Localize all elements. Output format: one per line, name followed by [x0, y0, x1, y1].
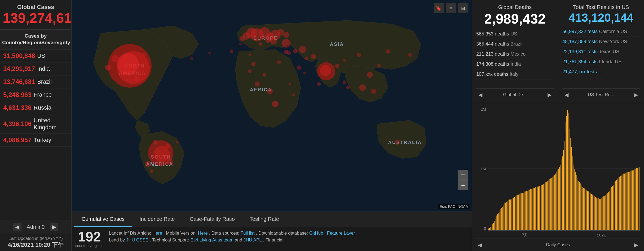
- svg-rect-186: [634, 169, 634, 230]
- svg-rect-167: [619, 177, 619, 230]
- tab-cumulative-cases[interactable]: Cumulative Cases: [74, 212, 132, 227]
- country-list-item[interactable]: 4,086,957 Turkey: [0, 134, 71, 147]
- deaths-next-button[interactable]: ▶: [546, 91, 554, 99]
- bubble-s8: [343, 80, 346, 84]
- svg-rect-137: [594, 196, 595, 230]
- zoom-out-button[interactable]: −: [458, 180, 468, 190]
- svg-rect-156: [610, 190, 610, 230]
- bubble-aus: [395, 140, 400, 145]
- svg-rect-97: [562, 156, 563, 230]
- tests-list-item: 48,187,889 tests New York US: [562, 37, 640, 47]
- svg-rect-42: [518, 195, 519, 230]
- svg-rect-61: [533, 188, 534, 230]
- tests-list-item: 21,477,xxx tests ...: [562, 67, 640, 77]
- admin-next-button[interactable]: ▶: [50, 223, 58, 231]
- svg-rect-82: [550, 178, 551, 230]
- country-name: Brazil: [37, 78, 52, 85]
- svg-rect-51: [525, 191, 526, 230]
- svg-rect-25: [505, 203, 505, 230]
- svg-rect-4: [488, 229, 488, 230]
- feature-layer-link[interactable]: Feature Layer: [327, 231, 355, 236]
- svg-rect-162: [615, 182, 615, 230]
- tab-case-fatality-ratio[interactable]: Case-Fatality Ratio: [182, 212, 242, 227]
- here-link-1[interactable]: Here: [152, 231, 162, 236]
- global-cases-value: 139,274,615: [3, 11, 69, 26]
- svg-rect-78: [547, 181, 548, 230]
- bubble-iran: [299, 46, 306, 53]
- bubble-phi: [367, 72, 373, 78]
- bubble-irq: [293, 49, 297, 53]
- svg-rect-105: [569, 119, 569, 230]
- deaths-prev-button[interactable]: ◀: [476, 91, 484, 99]
- bubble-s11: [377, 64, 381, 68]
- deaths-panel-nav: ◀ Global De... ▶: [476, 88, 554, 99]
- chart-x-labels: 7月 2021: [488, 231, 640, 239]
- country-name: Turkey: [34, 137, 51, 144]
- svg-rect-121: [582, 186, 582, 230]
- country-value: 4,631,336: [3, 104, 32, 111]
- svg-rect-29: [508, 201, 508, 230]
- country-name: United Kingdom: [34, 117, 68, 131]
- grid-view-button[interactable]: ⊞: [458, 3, 468, 13]
- jhu-csse-link[interactable]: JHU CSSE: [126, 237, 148, 243]
- svg-rect-85: [553, 177, 553, 230]
- here-link-2[interactable]: Here: [198, 231, 208, 236]
- map-area[interactable]: NORTH AMERICA SOUTH AMERICA EUROPE AFRIC…: [72, 0, 472, 212]
- country-list-item[interactable]: 14,291,917 India: [0, 62, 71, 75]
- admin-prev-button[interactable]: ◀: [13, 223, 21, 231]
- bubble-af4: [267, 88, 273, 94]
- tests-next-button[interactable]: ▶: [632, 91, 640, 99]
- country-value: 31,500,848: [3, 52, 35, 60]
- tab-testing-rate[interactable]: Testing Rate: [242, 212, 286, 227]
- deaths-item-label: US: [510, 31, 517, 37]
- country-list-item[interactable]: 4,631,336 Russia: [0, 101, 71, 114]
- svg-rect-112: [574, 169, 575, 230]
- chart-y-label-0: 0: [484, 226, 486, 231]
- top-panels: Global Deaths 2,989,432 565,353 deaths U…: [472, 0, 644, 103]
- svg-rect-66: [537, 187, 538, 230]
- tab-incidence-rate[interactable]: Incidence Rate: [132, 212, 182, 227]
- svg-rect-184: [632, 171, 633, 230]
- country-list-item[interactable]: 5,248,963 France: [0, 88, 71, 101]
- chart-prev-button[interactable]: ◀: [476, 241, 484, 249]
- zoom-in-button[interactable]: +: [458, 170, 468, 180]
- bubble-india-2: [320, 65, 331, 76]
- svg-rect-62: [534, 188, 535, 230]
- country-list-item[interactable]: 31,500,848 US: [0, 50, 71, 62]
- svg-rect-70: [541, 185, 541, 230]
- chart-next-button[interactable]: ▶: [632, 241, 640, 249]
- info-text: Lancet Inf Dis Article: Here . Mobile Ve…: [109, 230, 468, 243]
- tests-item-label: ...: [598, 69, 602, 74]
- svg-rect-116: [578, 180, 578, 230]
- country-list-item[interactable]: 4,396,106 United Kingdom: [0, 114, 71, 134]
- github-link[interactable]: GitHub: [309, 231, 323, 236]
- bubble-s3: [208, 52, 211, 55]
- tests-prev-button[interactable]: ◀: [562, 91, 570, 99]
- svg-rect-188: [636, 169, 636, 230]
- svg-rect-58: [531, 189, 532, 230]
- svg-rect-190: [637, 168, 638, 230]
- info-text-7: . Technical Support:: [150, 237, 191, 243]
- country-value: 13,746,681: [3, 78, 35, 86]
- svg-rect-84: [552, 177, 553, 230]
- country-list-item[interactable]: 13,746,681 Brazil: [0, 75, 71, 88]
- svg-rect-88: [555, 174, 556, 230]
- full-list-link[interactable]: Full list: [241, 231, 255, 236]
- svg-rect-182: [631, 171, 631, 230]
- list-view-button[interactable]: ≡: [446, 3, 456, 13]
- svg-rect-133: [591, 194, 592, 230]
- deaths-value: 2,989,432: [476, 11, 554, 26]
- svg-rect-141: [598, 198, 598, 230]
- esri-team-link[interactable]: Esri Living Atlas team: [190, 237, 233, 243]
- svg-rect-5: [488, 228, 489, 230]
- svg-rect-75: [545, 183, 545, 230]
- bookmark-button[interactable]: 🔖: [434, 3, 444, 13]
- svg-rect-169: [620, 176, 621, 230]
- svg-rect-120: [581, 185, 581, 230]
- svg-rect-38: [515, 196, 515, 230]
- bubble-af3: [254, 82, 259, 87]
- bubble-s15: [176, 141, 179, 144]
- region-label-australia: AUSTRALIA: [388, 140, 422, 145]
- svg-rect-50: [524, 191, 525, 230]
- jhu-apl-link[interactable]: JHU APL: [244, 237, 262, 243]
